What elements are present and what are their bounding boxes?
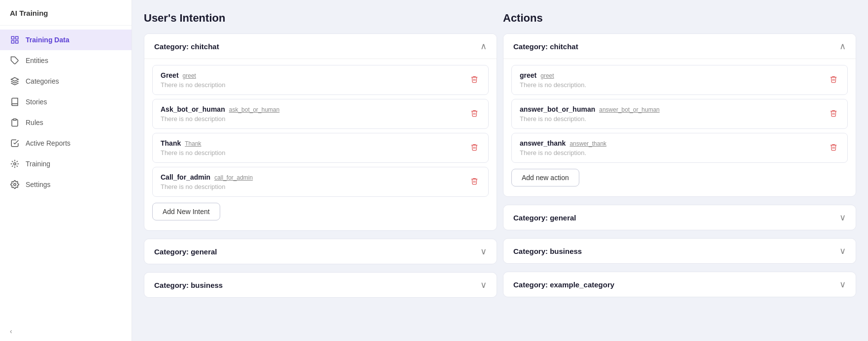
action-category-header-chitchat-action[interactable]: Category: chitchat ∧: [503, 34, 856, 59]
intent-item-chitchat-intent-1: Ask_bot_or_human ask_bot_or_human There …: [152, 99, 489, 129]
add-action-btn-chitchat-action[interactable]: Add new action: [511, 169, 579, 186]
action-list-chitchat-action: greet greet There is no description.: [503, 59, 856, 196]
action-category-label-general-action: Category: general: [513, 214, 576, 222]
action-item-chitchat-action-0: greet greet There is no description.: [511, 65, 848, 95]
nav-label-stories: Stories: [26, 98, 47, 106]
intent-category-label-business-intent: Category: business: [154, 281, 223, 289]
intent-name-chitchat-intent-3: Call_for_admin: [161, 173, 210, 181]
intent-category-business-intent: Category: business ∨: [144, 272, 497, 298]
nav-label-rules: Rules: [26, 119, 43, 126]
sidebar-nav: Training Data Entities Categories Storie…: [0, 26, 132, 321]
actions-panel: Actions Category: chitchat ∧ greet greet…: [503, 12, 856, 341]
intent-category-toggle-business-intent: ∨: [480, 280, 487, 289]
action-slug-chitchat-action-2: answer_thank: [569, 140, 606, 147]
grid-icon: [10, 35, 20, 45]
action-category-label-example-action: Category: example_category: [513, 280, 614, 289]
delete-intent-chitchat-intent-2[interactable]: [468, 141, 480, 155]
action-slug-chitchat-action-1: answer_bot_or_human: [599, 106, 660, 113]
sidebar-item-training-data[interactable]: Training Data: [0, 30, 132, 50]
sidebar-item-training[interactable]: Training: [0, 154, 132, 174]
sidebar-item-active-reports[interactable]: Active Reports: [0, 133, 132, 154]
action-category-header-example-action[interactable]: Category: example_category ∨: [503, 272, 856, 297]
intent-name-chitchat-intent-0: Greet: [161, 71, 179, 79]
sidebar-collapse-button[interactable]: ‹: [0, 321, 132, 341]
action-name-chitchat-action-2: answer_thank: [520, 139, 566, 147]
layers-icon: [10, 76, 20, 86]
delete-action-chitchat-action-0[interactable]: [828, 73, 839, 87]
intent-item-chitchat-intent-0: Greet greet There is no description: [152, 65, 489, 95]
intent-category-header-business-intent[interactable]: Category: business ∨: [144, 273, 497, 297]
action-category-toggle-chitchat-action: ∧: [839, 42, 846, 51]
sidebar-item-rules[interactable]: Rules: [0, 112, 132, 133]
delete-action-chitchat-action-1[interactable]: [828, 107, 839, 121]
intent-category-general-intent: Category: general ∨: [144, 239, 497, 264]
intent-slug-chitchat-intent-2: Thank: [185, 140, 201, 147]
action-name-chitchat-action-0: greet: [520, 71, 536, 79]
action-category-toggle-business-action: ∨: [839, 247, 846, 255]
tag-icon: [10, 56, 20, 65]
action-item-chitchat-action-2: answer_thank answer_thank There is no de…: [511, 133, 848, 163]
intent-slug-chitchat-intent-1: ask_bot_or_human: [229, 106, 280, 113]
action-category-header-general-action[interactable]: Category: general ∨: [503, 205, 856, 230]
svg-point-7: [14, 163, 16, 165]
intent-list-chitchat-intent: Greet greet There is no description: [144, 59, 497, 230]
nav-label-entities: Entities: [26, 57, 48, 64]
intent-desc-chitchat-intent-3: There is no description: [161, 183, 468, 190]
action-desc-chitchat-action-1: There is no description.: [520, 115, 828, 123]
intent-item-chitchat-intent-2: Thank Thank There is no description: [152, 133, 489, 163]
app-title: AI Training: [0, 0, 132, 26]
action-category-toggle-general-action: ∨: [839, 213, 846, 222]
actions-title: Actions: [503, 12, 856, 25]
svg-rect-1: [16, 36, 18, 39]
action-item-chitchat-action-1: answer_bot_or_human answer_bot_or_human …: [511, 99, 848, 129]
action-category-label-chitchat-action: Category: chitchat: [513, 42, 578, 51]
nav-label-settings: Settings: [26, 181, 51, 188]
settings-alt-icon: [10, 159, 20, 169]
intent-desc-chitchat-intent-2: There is no description: [161, 149, 468, 156]
action-category-chitchat-action: Category: chitchat ∧ greet greet There i…: [503, 33, 856, 197]
intent-item-chitchat-intent-3: Call_for_admin call_for_admin There is n…: [152, 167, 489, 197]
intent-desc-chitchat-intent-1: There is no description: [161, 115, 468, 123]
sidebar-item-settings[interactable]: Settings: [0, 174, 132, 195]
nav-label-training: Training: [26, 160, 50, 168]
action-slug-chitchat-action-0: greet: [540, 72, 554, 79]
intent-category-header-chitchat-intent[interactable]: Category: chitchat ∧: [144, 34, 497, 59]
users-intention-title: User's Intention: [144, 12, 497, 25]
delete-intent-chitchat-intent-0[interactable]: [468, 73, 480, 87]
intent-category-label-general-intent: Category: general: [154, 248, 217, 256]
svg-rect-2: [11, 41, 14, 43]
svg-rect-3: [16, 41, 18, 43]
intent-category-label-chitchat-intent: Category: chitchat: [154, 42, 219, 51]
sidebar-item-categories[interactable]: Categories: [0, 71, 132, 92]
svg-point-8: [14, 184, 16, 186]
add-intent-btn-chitchat-intent[interactable]: Add New Intent: [152, 203, 220, 220]
sidebar-item-entities[interactable]: Entities: [0, 50, 132, 71]
collapse-icon: ‹: [10, 327, 12, 335]
action-desc-chitchat-action-2: There is no description.: [520, 149, 828, 156]
action-category-general-action: Category: general ∨: [503, 205, 856, 230]
users-intention-panel: User's Intention Category: chitchat ∧ Gr…: [144, 12, 503, 341]
action-desc-chitchat-action-0: There is no description.: [520, 81, 828, 89]
settings-icon: [10, 180, 20, 189]
check-square-icon: [10, 138, 20, 148]
nav-label-active-reports: Active Reports: [26, 139, 70, 147]
intent-name-chitchat-intent-1: Ask_bot_or_human: [161, 105, 225, 113]
intent-slug-chitchat-intent-0: greet: [183, 72, 196, 79]
delete-action-chitchat-action-2[interactable]: [828, 141, 839, 155]
intent-category-toggle-chitchat-intent: ∧: [480, 42, 487, 51]
action-category-toggle-example-action: ∨: [839, 280, 846, 289]
intent-slug-chitchat-intent-3: call_for_admin: [214, 174, 253, 181]
intent-desc-chitchat-intent-0: There is no description: [161, 81, 468, 89]
action-category-header-business-action[interactable]: Category: business ∨: [503, 239, 856, 263]
action-category-business-action: Category: business ∨: [503, 238, 856, 264]
action-name-chitchat-action-1: answer_bot_or_human: [520, 105, 595, 113]
intent-name-chitchat-intent-2: Thank: [161, 139, 181, 147]
delete-intent-chitchat-intent-1[interactable]: [468, 107, 480, 121]
main-content: User's Intention Category: chitchat ∧ Gr…: [132, 0, 868, 341]
delete-intent-chitchat-intent-3[interactable]: [468, 175, 480, 188]
sidebar-item-stories[interactable]: Stories: [0, 92, 132, 112]
intent-category-header-general-intent[interactable]: Category: general ∨: [144, 239, 497, 264]
book-icon: [10, 97, 20, 107]
clipboard-icon: [10, 118, 20, 127]
svg-rect-6: [13, 119, 16, 121]
